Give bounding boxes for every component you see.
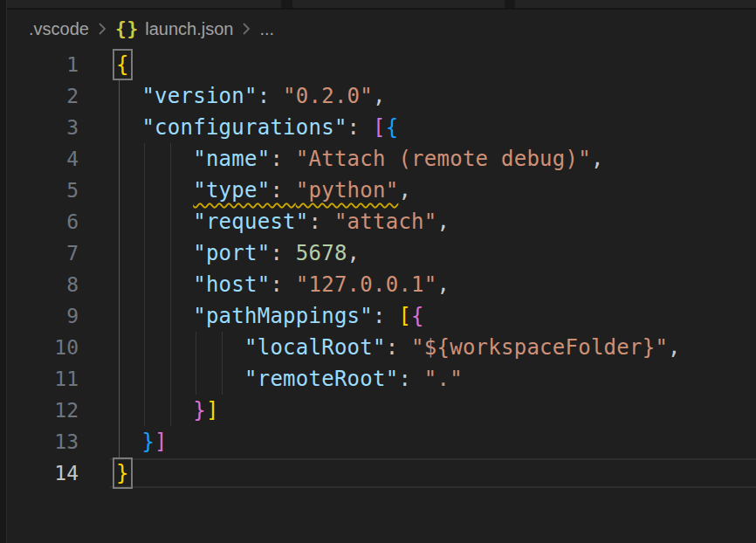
token: "request" — [193, 210, 308, 234]
code-text: "type": "python", — [116, 175, 411, 206]
code-text: "pathMappings": [{ — [116, 300, 424, 332]
token: "${workspaceFolder}" — [411, 335, 668, 360]
token: "attach" — [334, 210, 437, 234]
code-line[interactable]: 9"pathMappings": [{ — [0, 300, 756, 332]
token: } — [141, 430, 155, 454]
line-number[interactable]: 6 — [0, 206, 79, 237]
code-line[interactable]: 5"type": "python", — [0, 175, 756, 206]
token: { — [411, 304, 424, 328]
warning-squiggle-token: : — [270, 178, 295, 203]
token: "port" — [193, 241, 270, 265]
warning-squiggle-token: "python" — [296, 178, 399, 203]
token: ] — [155, 430, 168, 454]
line-number[interactable]: 9 — [0, 300, 79, 332]
token: , — [373, 84, 386, 108]
chevron-right-icon — [97, 21, 107, 37]
token: "127.0.0.1" — [296, 272, 437, 297]
code-line[interactable]: 10"localRoot": "${workspaceFolder}", — [0, 332, 756, 363]
token: [ — [373, 115, 386, 140]
code-text: "host": "127.0.0.1", — [116, 269, 450, 300]
token: , — [398, 178, 411, 203]
line-number[interactable]: 12 — [0, 395, 79, 426]
token: : — [258, 84, 283, 108]
tab-strip-segment[interactable] — [7, 0, 281, 8]
token: [ — [398, 304, 411, 328]
code-line[interactable]: 12}] — [0, 395, 756, 426]
line-number[interactable]: 7 — [0, 237, 79, 269]
token: : — [270, 241, 295, 265]
code-text: "name": "Attach (remote debug)", — [116, 143, 604, 175]
matched-bracket: { — [116, 52, 129, 77]
code-text: }] — [116, 426, 168, 457]
code-text: "remoteRoot": "." — [116, 363, 463, 395]
token: } — [193, 398, 206, 423]
code-line[interactable]: 7"port": 5678, — [0, 237, 756, 269]
line-number[interactable]: 10 — [0, 332, 79, 363]
breadcrumb: .vscode {} launch.json ... — [7, 11, 756, 46]
code-text: "localRoot": "${workspaceFolder}", — [116, 332, 681, 363]
token: , — [436, 210, 450, 234]
line-number[interactable]: 4 — [0, 143, 79, 175]
code-line[interactable]: 13}] — [0, 426, 756, 457]
token: "0.2.0" — [283, 84, 373, 108]
code-text: }] — [116, 395, 219, 426]
token: 5678 — [296, 241, 347, 265]
line-number[interactable]: 13 — [0, 426, 79, 457]
token: : — [347, 115, 373, 140]
code-line[interactable]: 4"name": "Attach (remote debug)", — [0, 143, 756, 175]
line-number[interactable]: 8 — [0, 269, 79, 300]
code-line[interactable]: 3"configurations": [{ — [0, 112, 756, 143]
token: , — [437, 272, 450, 297]
line-number[interactable]: 3 — [0, 112, 79, 143]
token: "name" — [193, 147, 270, 171]
editor-pane[interactable]: .vscode {} launch.json ... 1{2"version":… — [0, 0, 756, 543]
code-line[interactable]: 8"host": "127.0.0.1", — [0, 269, 756, 300]
token: { — [386, 115, 399, 140]
tab-strip-segment[interactable] — [292, 0, 505, 8]
code-text: "configurations": [{ — [116, 112, 398, 143]
token: : — [270, 272, 295, 297]
token: "Attach (remote debug)" — [296, 147, 591, 171]
code-text: "port": 5678, — [116, 237, 360, 269]
code-line[interactable]: 2"version": "0.2.0", — [0, 80, 756, 112]
code-line[interactable]: 6"request": "attach", — [0, 206, 756, 237]
json-braces-icon: {} — [115, 18, 139, 39]
token: : — [270, 147, 295, 171]
vscode-window: { "breadcrumb": { "folder": ".vscode", "… — [0, 0, 756, 543]
line-number[interactable]: 5 — [0, 175, 79, 206]
chevron-right-icon — [241, 21, 251, 37]
token: , — [591, 147, 604, 171]
code-line[interactable]: 11"remoteRoot": "." — [0, 363, 756, 395]
token: : — [398, 367, 423, 391]
code-text: "request": "attach", — [116, 206, 450, 237]
token: "version" — [141, 84, 257, 108]
tab-strip-segment[interactable] — [515, 0, 756, 8]
breadcrumb-file[interactable]: launch.json — [145, 19, 233, 39]
code-text: { — [116, 49, 129, 80]
tab-bar-bottom-sliver — [7, 0, 756, 10]
token: : — [308, 210, 333, 234]
token: "localRoot" — [244, 335, 386, 360]
breadcrumb-folder[interactable]: .vscode — [29, 19, 89, 39]
token: "host" — [193, 272, 270, 297]
matched-bracket: } — [116, 461, 129, 485]
code-line[interactable]: 14} — [0, 457, 756, 489]
token: , — [668, 335, 681, 360]
token: "pathMappings" — [193, 304, 373, 328]
breadcrumb-symbol[interactable]: ... — [259, 19, 274, 39]
token: : — [373, 304, 398, 328]
token: , — [347, 241, 361, 265]
line-number[interactable]: 14 — [0, 457, 79, 489]
token: : — [386, 335, 411, 360]
token: "remoteRoot" — [244, 367, 398, 391]
line-number[interactable]: 11 — [0, 363, 79, 395]
code-text: } — [116, 457, 129, 489]
line-number[interactable]: 2 — [0, 80, 79, 112]
line-number[interactable]: 1 — [0, 49, 79, 80]
token: ] — [206, 398, 219, 423]
warning-squiggle-token: "type" — [193, 178, 270, 203]
token: "configurations" — [141, 115, 347, 140]
code-text: "version": "0.2.0", — [116, 80, 386, 112]
code-line[interactable]: 1{ — [0, 49, 756, 80]
token: "." — [424, 367, 463, 391]
